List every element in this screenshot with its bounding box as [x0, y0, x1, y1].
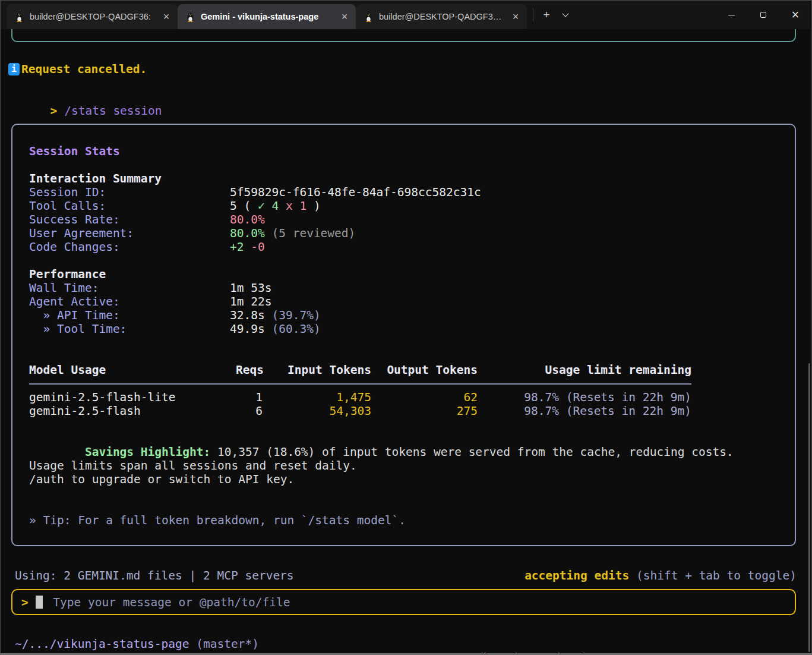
savings-highlight-line: Savings Highlight: 10,357 (18.6%) of inp… — [29, 432, 795, 445]
tab-title: builder@DESKTOP-QADGF36: — [30, 12, 154, 21]
cwd-path: ~/.../vikunja-status-page (master*) — [15, 637, 259, 651]
minimize-button[interactable] — [715, 1, 747, 29]
tab-dropdown-button[interactable] — [556, 1, 575, 29]
stat-session-id: Session ID:5f59829c-f616-48fe-84af-698cc… — [29, 185, 795, 199]
tab-title: builder@DESKTOP-QADGF36: , — [379, 12, 504, 21]
request-cancelled-message: iRequest cancelled. — [8, 62, 147, 76]
context-row: Using: 2 GEMINI.md files | 2 MCP servers… — [15, 569, 797, 582]
tab-close-icon[interactable]: × — [160, 10, 173, 23]
tux-penguin-icon — [14, 12, 24, 22]
input-prompt-marker: > — [21, 596, 29, 609]
tab-close-icon[interactable]: × — [509, 10, 522, 23]
info-icon: i — [8, 63, 20, 75]
interaction-summary-heading: Interaction Summary — [29, 172, 795, 185]
status-bar: ~/.../vikunja-status-page (master*) no s… — [1, 623, 811, 637]
chevron-down-icon — [562, 10, 568, 17]
tux-penguin-icon — [364, 12, 374, 22]
stat-user-agreement: User Agreement:80.0% (5 reviewed) — [29, 226, 795, 240]
terminal-content: iRequest cancelled. >/stats session Sess… — [1, 29, 811, 654]
minimize-icon — [728, 15, 735, 15]
tab-divider — [533, 8, 533, 21]
stat-success-rate: Success Rate:80.0% — [29, 213, 795, 226]
command-text: /stats session — [64, 104, 162, 118]
cancelled-text: Request cancelled. — [21, 62, 147, 76]
maximize-button[interactable] — [747, 1, 779, 29]
stat-tool-calls: Tool Calls:5 ( ✓ 4 x 1 ) — [29, 199, 795, 213]
window-controls: × — [715, 1, 811, 29]
close-icon: × — [792, 8, 800, 21]
close-button[interactable]: × — [779, 1, 811, 29]
table-rule — [29, 377, 795, 391]
session-stats-panel: Session Stats Interaction Summary Sessio… — [11, 124, 796, 546]
new-tab-button[interactable]: + — [537, 1, 556, 29]
context-summary: Using: 2 GEMINI.md files | 2 MCP servers — [15, 569, 294, 582]
stat-api-time: » API Time:32.8s (39.7%) — [29, 308, 795, 322]
tab-gemini-active[interactable]: Gemini - vikunja-status-page × — [178, 4, 356, 29]
stat-agent-active: Agent Active:1m 22s — [29, 295, 795, 308]
maximize-icon — [760, 12, 766, 18]
tux-penguin-icon — [185, 12, 195, 22]
sandbox-status: no sandbox (see /docs) — [435, 651, 588, 655]
prompt-marker: > — [50, 104, 57, 118]
tip-line: » Tip: For a full token breakdown, run `… — [29, 514, 795, 527]
performance-heading: Performance — [29, 267, 795, 281]
tab-title: Gemini - vikunja-status-page — [201, 12, 333, 21]
text-cursor — [36, 596, 43, 609]
panel-title: Session Stats — [29, 144, 795, 158]
stat-wall-time: Wall Time:1m 53s — [29, 281, 795, 295]
previous-output-box — [11, 29, 796, 42]
usage-limits-note: Usage limits span all sessions and reset… — [29, 459, 795, 473]
tab-shell-2[interactable]: builder@DESKTOP-QADGF36: , × — [356, 4, 527, 29]
tab-close-icon[interactable]: × — [338, 10, 351, 23]
git-branch: (master*) — [189, 637, 259, 651]
mode-indicator: accepting edits (shift + tab to toggle) — [525, 569, 797, 582]
tab-shell-1[interactable]: builder@DESKTOP-QADGF36: × — [7, 4, 178, 29]
input-placeholder: Type your message or @path/to/file — [53, 596, 290, 609]
stat-tool-time: » Tool Time:49.9s (60.3%) — [29, 322, 795, 336]
auth-note: /auth to upgrade or switch to API key. — [29, 473, 795, 486]
scrollbar[interactable] — [808, 363, 810, 652]
table-row: gemini-2.5-flash-lite 1 1,475 62 98.7% (… — [29, 391, 795, 404]
stat-code-changes: Code Changes:+2 -0 — [29, 240, 795, 254]
model-usage-header-row: Model Usage Reqs Input Tokens Output Tok… — [29, 363, 795, 377]
message-input[interactable]: >Type your message or @path/to/file — [11, 589, 796, 615]
terminal-window: builder@DESKTOP-QADGF36: × Gemini - viku… — [0, 0, 812, 655]
titlebar: builder@DESKTOP-QADGF36: × Gemini - viku… — [1, 1, 811, 29]
table-row: gemini-2.5-flash 6 54,303 275 98.7% (Res… — [29, 404, 795, 418]
